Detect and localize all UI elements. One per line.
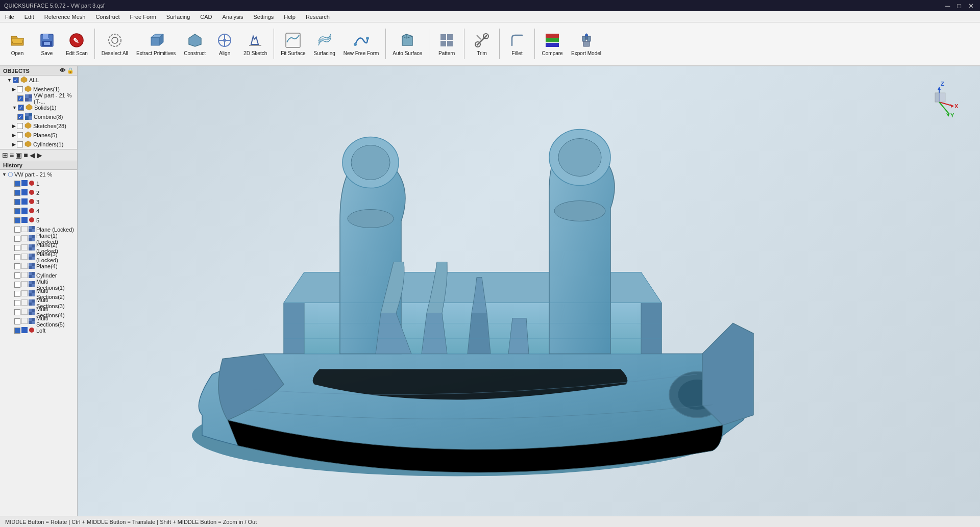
tool-btn-deselect-all[interactable]: Deselect All <box>98 25 132 63</box>
menu-item-free-form[interactable]: Free Form <box>125 13 161 21</box>
panel-toolbar: ⊞≡▣■◀▶ <box>0 149 77 161</box>
tree-item-sketches[interactable]: ▶Sketches(28) <box>0 121 77 131</box>
tree-checkbox-planes[interactable] <box>17 132 23 138</box>
tool-btn-save[interactable]: Save <box>33 25 61 63</box>
history-root-item[interactable]: ▼ ⬡ VW part - 21 % <box>0 170 77 179</box>
history-checkbox-h1[interactable] <box>14 181 20 187</box>
tool-btn-align[interactable]: Align <box>210 25 239 63</box>
tool-btn-fit-surface[interactable]: Fit Surface <box>277 25 309 63</box>
tree-item-combine[interactable]: ✓Combine(8) <box>0 112 77 121</box>
history-checkbox-plane3-locked[interactable] <box>14 254 20 260</box>
menu-item-cad[interactable]: CAD <box>195 13 217 21</box>
history-checkbox-h2[interactable] <box>14 190 20 196</box>
history-item-h2[interactable]: 2 <box>0 188 77 197</box>
panel-toolbar-icon-4[interactable]: ◀ <box>30 151 35 159</box>
panel-toolbar-icon-5[interactable]: ▶ <box>37 151 42 159</box>
svg-rect-52 <box>29 229 32 232</box>
edit-scan-label: Edit Scan <box>66 51 88 57</box>
tree-checkbox-solids[interactable]: ✓ <box>18 105 24 111</box>
history-checkbox-multi-sections-3[interactable] <box>14 300 20 306</box>
history-mesh-icon-plane-locked <box>29 226 35 233</box>
pattern-icon <box>437 31 456 49</box>
history-item-plane3-locked[interactable]: Plane(3) (Locked) <box>0 253 77 262</box>
tool-btn-fillet[interactable]: Fillet <box>503 25 531 63</box>
history-root-label: VW part - 21 % <box>14 171 53 178</box>
menu-item-research[interactable]: Research <box>301 13 335 21</box>
menu-item-analysis[interactable]: Analysis <box>217 13 249 21</box>
tool-btn-construct[interactable]: Construct <box>180 25 209 63</box>
svg-rect-9 <box>151 37 159 45</box>
tree-checkbox-vw-part[interactable]: ✓ <box>17 95 23 102</box>
history-checkbox-multi-sections-1[interactable] <box>14 282 20 288</box>
menu-item-file[interactable]: File <box>0 13 19 21</box>
viewport[interactable]: Z X Y <box>78 66 980 516</box>
tree-checkbox-cylinders[interactable] <box>17 141 23 147</box>
tool-btn-auto-surface[interactable]: Auto Surface <box>389 25 426 63</box>
menu-item-surfacing[interactable]: Surfacing <box>161 13 195 21</box>
tree-item-all[interactable]: ▼✓ALL <box>0 76 77 85</box>
menu-item-construct[interactable]: Construct <box>90 13 125 21</box>
tool-btn-pattern[interactable]: Pattern <box>432 25 461 63</box>
panel-toolbar-icon-1[interactable]: ≡ <box>10 151 14 159</box>
tool-btn-trim[interactable]: Trim <box>468 25 496 63</box>
deselect-all-label: Deselect All <box>102 51 128 57</box>
history-checkbox-cylinder[interactable] <box>14 272 20 279</box>
tree-item-planes[interactable]: ▶Planes(5) <box>0 131 77 140</box>
eye-icon[interactable]: 👁 <box>60 67 65 74</box>
lock-icon[interactable]: 🔒 <box>67 67 74 74</box>
history-checkbox-h3[interactable] <box>14 199 20 205</box>
menu-item-reference-mesh[interactable]: Reference Mesh <box>39 13 91 21</box>
maximize-button[interactable]: □ <box>955 2 963 10</box>
new-free-form-icon <box>352 31 371 49</box>
history-checkbox-plane4[interactable] <box>14 263 20 269</box>
tool-btn-2d-sketch[interactable]: 2D Sketch <box>240 25 271 63</box>
history-check-icon-h3 <box>21 198 28 206</box>
tool-btn-extract-primitives[interactable]: Extract Primitives <box>133 25 179 63</box>
history-checkbox-multi-sections-4[interactable] <box>14 309 20 315</box>
history-checkbox-multi-sections-2[interactable] <box>14 291 20 297</box>
history-item-multi-sections-5[interactable]: Multi Sections(5) <box>0 317 77 326</box>
minimize-button[interactable]: ─ <box>943 2 952 10</box>
history-item-h5[interactable]: 5 <box>0 216 77 225</box>
menu-item-help[interactable]: Help <box>279 13 301 21</box>
menubar: FileEditReference MeshConstructFree Form… <box>0 11 980 22</box>
svg-rect-73 <box>32 266 35 269</box>
tool-btn-new-free-form[interactable]: New Free Form <box>340 25 382 63</box>
history-checkbox-plane2-locked[interactable] <box>14 245 20 251</box>
svg-rect-92 <box>29 303 32 306</box>
history-item-h1[interactable]: 1 <box>0 179 77 188</box>
history-item-h3[interactable]: 3 <box>0 197 77 207</box>
panel-toolbar-icon-0[interactable]: ⊞ <box>2 151 8 159</box>
tool-btn-surfacing[interactable]: Surfacing <box>310 25 339 63</box>
tool-btn-compare[interactable]: Compare <box>538 25 567 63</box>
panel-toolbar-icon-2[interactable]: ▣ <box>15 151 22 159</box>
3d-model-svg <box>161 119 774 501</box>
history-checkbox-h4[interactable] <box>14 208 20 214</box>
history-mesh-icon-plane3-locked <box>29 254 35 261</box>
menu-item-settings[interactable]: Settings <box>249 13 279 21</box>
window-controls[interactable]: ─ □ ✕ <box>943 2 976 10</box>
history-checkbox-h5[interactable] <box>14 217 20 223</box>
history-checkbox-plane1-locked[interactable] <box>14 236 20 242</box>
panel-toolbar-icon-3[interactable]: ■ <box>23 151 28 159</box>
tree-item-vw-part[interactable]: ✓VW part - 21 % (T-... <box>0 94 77 103</box>
history-checkbox-multi-sections-5[interactable] <box>14 318 20 324</box>
toolbar-separator-11 <box>385 29 386 59</box>
history-empty-icon-multi-sections-4 <box>21 309 28 316</box>
history-checkbox-loft[interactable] <box>14 328 20 334</box>
tree-item-cylinders[interactable]: ▶Cylinders(1) <box>0 140 77 149</box>
tree-checkbox-sketches[interactable] <box>17 123 23 129</box>
svg-rect-28 <box>546 38 559 42</box>
tree-checkbox-all[interactable]: ✓ <box>13 77 19 83</box>
tool-btn-open[interactable]: Open <box>3 25 32 63</box>
tree-checkbox-combine[interactable]: ✓ <box>17 114 23 120</box>
history-item-h4[interactable]: 4 <box>0 207 77 216</box>
close-button[interactable]: ✕ <box>966 2 976 10</box>
tool-btn-edit-scan[interactable]: ✎Edit Scan <box>62 25 91 63</box>
history-checkbox-plane-locked[interactable] <box>14 227 20 233</box>
menu-item-edit[interactable]: Edit <box>19 13 39 21</box>
objects-header-icons[interactable]: 👁 🔒 <box>60 67 74 74</box>
tool-btn-export-model[interactable]: Export Model <box>568 25 605 63</box>
tree-checkbox-meshes[interactable] <box>17 86 23 92</box>
svg-rect-31 <box>25 94 29 98</box>
